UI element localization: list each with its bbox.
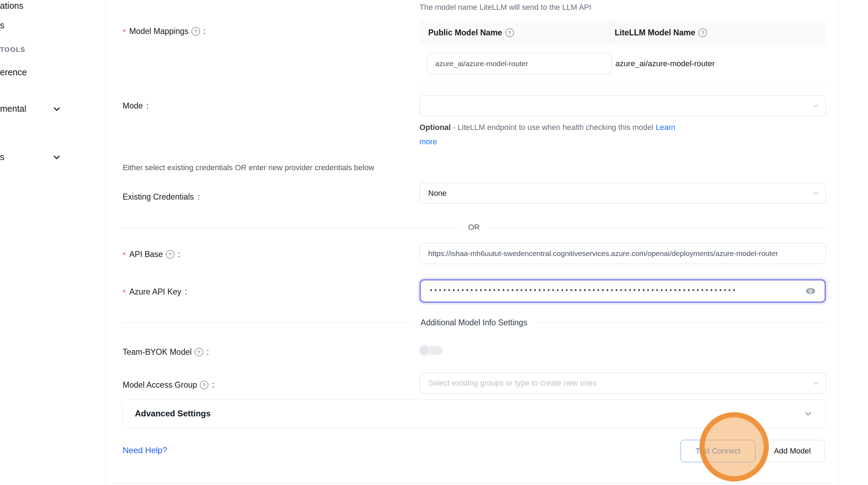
test-connect-button[interactable]: Test Connect [681, 440, 756, 462]
learn-more-link[interactable]: more [419, 137, 437, 146]
model-access-group-label: Model Access Group [123, 380, 214, 390]
advanced-settings-panel[interactable]: Advanced Settings [122, 399, 826, 428]
public-model-name-header: Public Model Name [419, 20, 610, 45]
chevron-down-icon [812, 379, 820, 387]
required-asterisk [123, 27, 127, 36]
azure-api-key-input[interactable]: ••••••••••••••••••••••••••••••••••••••••… [419, 279, 826, 303]
eye-icon[interactable] [804, 286, 817, 296]
existing-credentials-label: Existing Credentials [123, 192, 200, 202]
help-circle-icon[interactable] [166, 250, 175, 259]
toggle-knob [418, 344, 431, 356]
model-mappings-label: Model Mappings [123, 27, 206, 36]
table-header: Public Model Name LiteLLM Model Name [419, 20, 826, 45]
content-bottom-border [105, 483, 838, 483]
chevron-down-icon [812, 102, 820, 110]
team-byok-toggle[interactable] [419, 346, 443, 355]
sidebar-item[interactable]: s [0, 152, 5, 162]
content-right-border [838, 0, 839, 485]
model-name-hint: The model name LiteLLM will send to the … [419, 3, 591, 12]
model-mappings-table: Public Model Name LiteLLM Model Name azu… [419, 20, 826, 83]
chevron-down-icon [53, 153, 61, 161]
help-circle-icon[interactable] [194, 348, 203, 356]
credentials-note: Either select existing credentials OR en… [123, 163, 374, 172]
help-circle-icon[interactable] [505, 28, 514, 37]
api-base-label: API Base [123, 250, 180, 259]
existing-credentials-value: None [428, 189, 447, 198]
masked-password-value: ••••••••••••••••••••••••••••••••••••••••… [430, 287, 737, 294]
chevron-down-icon [812, 189, 820, 198]
litellm-model-name-header: LiteLLM Model Name [610, 20, 826, 45]
help-circle-icon[interactable] [200, 381, 209, 389]
sidebar-border [105, 0, 105, 485]
sidebar-item-api-reference[interactable]: erence [0, 67, 27, 77]
select-placeholder: Select existing groups or type to create… [428, 379, 597, 388]
public-model-name-input[interactable] [427, 53, 612, 75]
help-circle-icon[interactable] [191, 27, 200, 36]
existing-credentials-select[interactable]: None [419, 183, 826, 204]
table-row: azure_ai/azure-model-router [419, 45, 826, 83]
mode-select[interactable] [419, 95, 826, 116]
litellm-model-name-value: azure_ai/azure-model-router [610, 59, 715, 68]
chevron-down-icon [803, 409, 813, 418]
help-circle-icon[interactable] [698, 28, 707, 37]
additional-info-divider: Additional Model Info Settings [122, 315, 826, 330]
azure-api-key-label: Azure API Key [123, 287, 187, 297]
sidebar-item[interactable]: s [0, 20, 5, 30]
or-divider: OR [122, 222, 826, 233]
need-help-link[interactable]: Need Help? [123, 445, 167, 455]
team-byok-label: Team-BYOK Model [123, 347, 209, 357]
required-asterisk [123, 250, 127, 259]
sidebar-item-experimental[interactable]: mental [0, 104, 26, 114]
required-asterisk [123, 287, 127, 297]
api-base-input[interactable]: https://ishaa-mh6uutut-swedencentral.cog… [419, 243, 826, 264]
mode-label: Mode [123, 101, 149, 111]
advanced-settings-title: Advanced Settings [135, 409, 211, 418]
add-model-button[interactable]: Add Model [760, 440, 825, 462]
sidebar-section-tools: TOOLS [0, 46, 26, 54]
model-access-group-select[interactable]: Select existing groups or type to create… [419, 373, 826, 394]
learn-more-link[interactable]: Learn [656, 123, 675, 132]
mode-help-text: Optional - LiteLLM endpoint to use when … [419, 120, 675, 149]
add-model-form-page: ations s TOOLS erence mental s The model… [0, 0, 868, 485]
chevron-down-icon [53, 105, 61, 113]
sidebar-item-organizations[interactable]: ations [0, 1, 23, 11]
